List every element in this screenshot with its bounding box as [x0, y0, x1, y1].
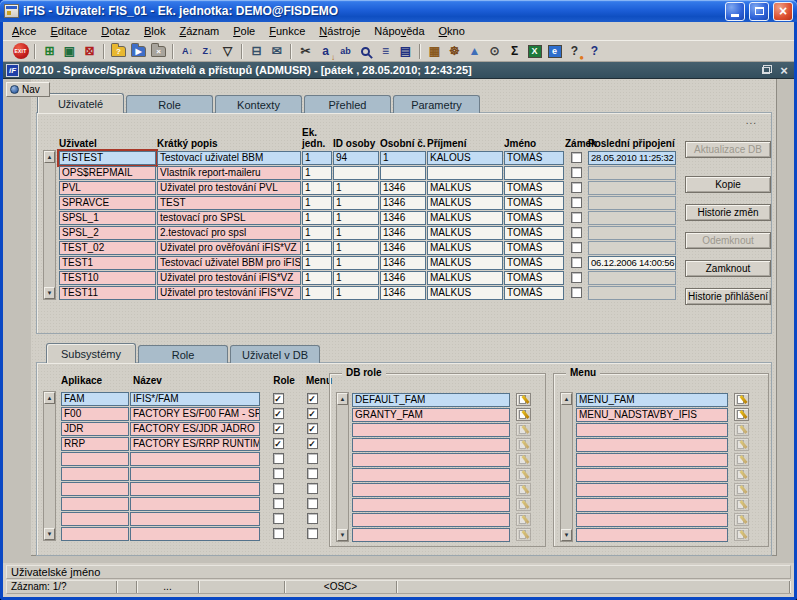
- cell-prijmeni[interactable]: MALKUS: [427, 211, 503, 225]
- cell-uzivatel[interactable]: OPS$REPMAIL: [59, 166, 156, 180]
- scrollbar[interactable]: ▲▼: [43, 150, 56, 300]
- cell-posledni-pripojeni[interactable]: 06.12.2006 14:00:56: [588, 256, 676, 270]
- lock-checkbox[interactable]: [571, 287, 582, 298]
- db-role-item[interactable]: DEFAULT_FAM: [352, 393, 510, 407]
- cell-popis[interactable]: TEST: [157, 196, 301, 210]
- role-checkbox[interactable]: [273, 513, 284, 524]
- cell-jmeno[interactable]: TOMÁŠ: [504, 196, 564, 210]
- cell-popis[interactable]: Uživatel pro testování PVL: [157, 181, 301, 195]
- scrollbar[interactable]: ▲▼: [336, 392, 349, 542]
- db-role-item[interactable]: [352, 528, 510, 542]
- menu-checkbox[interactable]: [307, 513, 318, 524]
- cell-aplikace[interactable]: [61, 467, 129, 481]
- exit-icon[interactable]: EXIT: [11, 42, 30, 60]
- cell-uzivatel[interactable]: TEST10: [59, 271, 156, 285]
- sort-desc-icon[interactable]: Z↓: [198, 42, 217, 60]
- db-role-item[interactable]: [352, 423, 510, 437]
- role-checkbox[interactable]: [273, 468, 284, 479]
- role-checkbox[interactable]: ✓: [273, 423, 284, 434]
- cell-osobni-c[interactable]: 1346: [380, 196, 426, 210]
- menu-edit-button[interactable]: [734, 513, 749, 526]
- close-button[interactable]: [773, 2, 793, 21]
- copy-value-icon[interactable]: ab: [336, 42, 355, 60]
- lock-checkbox[interactable]: [571, 227, 582, 238]
- mdi-close-button[interactable]: [777, 64, 791, 77]
- cell-ek[interactable]: 1: [302, 241, 332, 255]
- clock-icon[interactable]: ⊙: [485, 42, 504, 60]
- print-icon[interactable]: ⊟: [247, 42, 266, 60]
- menu-item[interactable]: MENU_NADSTAVBY_IFIS: [576, 408, 728, 422]
- cell-uzivatel[interactable]: FISTEST: [59, 151, 156, 165]
- tab-prehled[interactable]: Přehled: [304, 95, 391, 113]
- cell-posledni-pripojeni[interactable]: [588, 271, 676, 285]
- cancel-query-icon[interactable]: ×: [149, 42, 168, 60]
- cell-uzivatel[interactable]: PVL: [59, 181, 156, 195]
- browser-icon[interactable]: e: [545, 42, 564, 60]
- menu-item[interactable]: [576, 498, 728, 512]
- menu-checkbox[interactable]: [307, 528, 318, 539]
- cell-ek[interactable]: 1: [302, 226, 332, 240]
- cell-posledni-pripojeni[interactable]: [588, 286, 676, 300]
- cell-aplikace[interactable]: JDR: [61, 422, 129, 436]
- insert-record-icon[interactable]: ⊞: [40, 42, 59, 60]
- cell-popis[interactable]: Uživatel pro testování iFIS*VZ: [157, 286, 301, 300]
- db-role-edit-button[interactable]: [516, 438, 531, 451]
- cell-prijmeni[interactable]: MALKUS: [427, 226, 503, 240]
- db-role-item[interactable]: [352, 468, 510, 482]
- db-role-item[interactable]: [352, 438, 510, 452]
- enter-query-icon[interactable]: ?: [109, 42, 128, 60]
- cell-id-osoby[interactable]: 1: [333, 286, 379, 300]
- cell-prijmeni[interactable]: MALKUS: [427, 196, 503, 210]
- cell-aplikace[interactable]: [61, 482, 129, 496]
- cell-ek[interactable]: 1: [302, 256, 332, 270]
- tab-kontexty[interactable]: Kontexty: [215, 95, 302, 113]
- tab-uzivatel-v-db[interactable]: Uživatel v DB: [230, 345, 320, 363]
- cell-aplikace[interactable]: [61, 497, 129, 511]
- kopie-button[interactable]: Kopie: [685, 176, 771, 193]
- cell-id-osoby[interactable]: 1: [333, 181, 379, 195]
- cell-prijmeni[interactable]: MALKUS: [427, 271, 503, 285]
- duplicate-record-icon[interactable]: ▣: [60, 42, 79, 60]
- cell-nazev[interactable]: [130, 482, 260, 496]
- cell-jmeno[interactable]: TOMÁŠ: [504, 271, 564, 285]
- menu-item[interactable]: [576, 483, 728, 497]
- cell-osobni-c[interactable]: 1346: [380, 241, 426, 255]
- sum-icon[interactable]: Σ: [505, 42, 524, 60]
- scroll-up-icon[interactable]: ▲: [337, 393, 348, 405]
- minimize-button[interactable]: [725, 2, 745, 21]
- tab-role[interactable]: Role: [126, 95, 213, 113]
- cell-osobni-c[interactable]: 1346: [380, 286, 426, 300]
- more-button[interactable]: ...: [746, 115, 757, 126]
- cell-nazev[interactable]: [130, 512, 260, 526]
- cell-id-osoby[interactable]: [333, 166, 379, 180]
- historie-prihlaseni-button[interactable]: Historie přihlášení: [685, 288, 771, 305]
- cell-ek[interactable]: 1: [302, 151, 332, 165]
- excel-icon[interactable]: X: [525, 42, 544, 60]
- cell-prijmeni[interactable]: MALKUS: [427, 286, 503, 300]
- default-value-icon[interactable]: a↓: [316, 42, 335, 60]
- menu-funkce[interactable]: Funkce: [262, 23, 312, 39]
- menu-okno[interactable]: Okno: [432, 23, 472, 39]
- cell-posledni-pripojeni[interactable]: 28.05.2010 11:25:32: [588, 151, 676, 165]
- odemknout-button[interactable]: Odemknout: [685, 232, 771, 249]
- scroll-up-icon[interactable]: ▲: [44, 392, 55, 404]
- menu-item[interactable]: [576, 468, 728, 482]
- sort-asc-icon[interactable]: A↓: [178, 42, 197, 60]
- cell-nazev[interactable]: [130, 527, 260, 541]
- cell-prijmeni[interactable]: MALKUS: [427, 241, 503, 255]
- lock-checkbox[interactable]: [571, 167, 582, 178]
- cell-posledni-pripojeni[interactable]: [588, 226, 676, 240]
- cell-ek[interactable]: 1: [302, 271, 332, 285]
- menu-edit-button[interactable]: [734, 483, 749, 496]
- delete-record-icon[interactable]: ⊠: [80, 42, 99, 60]
- db-role-edit-button[interactable]: [516, 513, 531, 526]
- role-checkbox[interactable]: [273, 498, 284, 509]
- menu-edit-button[interactable]: [734, 438, 749, 451]
- role-checkbox[interactable]: [273, 453, 284, 464]
- cell-id-osoby[interactable]: 1: [333, 271, 379, 285]
- menu-edit-button[interactable]: [734, 528, 749, 541]
- menu-item[interactable]: [576, 513, 728, 527]
- db-role-edit-button[interactable]: [516, 453, 531, 466]
- cell-jmeno[interactable]: TOMÁŠ: [504, 256, 564, 270]
- menu-napoveda[interactable]: Nápověda: [367, 23, 431, 39]
